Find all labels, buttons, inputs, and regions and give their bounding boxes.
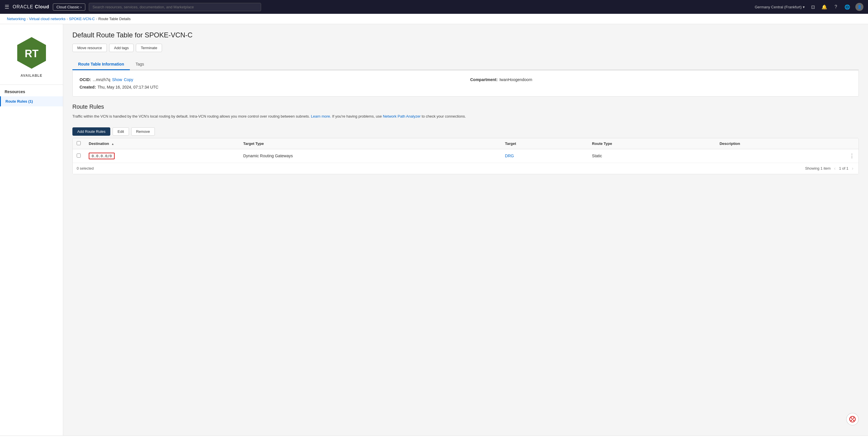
sort-icon[interactable]: ▲	[111, 142, 114, 145]
actions-col-header	[845, 138, 859, 149]
help-icon[interactable]: ?	[832, 3, 839, 10]
selected-count: 0 selected	[77, 166, 94, 171]
compartment-value: IwanHoogendoorn	[499, 77, 532, 82]
compartment-row: Compartment: IwanHoogendoorn	[470, 77, 851, 82]
tab-route-table-information[interactable]: Route Table Information	[72, 59, 130, 70]
target-col-header: Target	[501, 138, 588, 149]
svg-point-5	[851, 420, 852, 421]
destination-cell: 0.0.0.0/0	[85, 149, 239, 163]
breadcrumb-vcn[interactable]: Virtual cloud networks	[29, 17, 65, 21]
main-content: Default Route Table for SPOKE-VCN-C Move…	[63, 24, 868, 436]
table-row: 0.0.0.0/0 Dynamic Routing Gateways DRG S…	[73, 149, 859, 163]
globe-icon[interactable]: 🌐	[844, 3, 851, 10]
action-buttons: Move resource Add tags Terminate	[72, 44, 859, 52]
row-checkbox[interactable]	[77, 153, 81, 157]
ocid-label: OCID:	[80, 77, 91, 82]
route-rules-table-container: Destination ▲ Target Type Target Route T…	[72, 138, 859, 174]
next-page-button[interactable]: ›	[851, 166, 855, 171]
add-tags-button[interactable]: Add tags	[109, 44, 133, 52]
route-desc-text1: Traffic within the VCN is handled by the…	[72, 114, 310, 118]
resource-icon: RT	[14, 36, 49, 70]
top-navigation: ☰ ORACLE Cloud Cloud Classic › Germany C…	[0, 0, 868, 14]
target-cell: DRG	[501, 149, 588, 163]
status-label: AVAILABLE	[21, 74, 42, 78]
region-label: Germany Central (Frankfurt)	[755, 5, 802, 9]
display-icon[interactable]: ⊡	[809, 3, 816, 10]
ocid-show-link[interactable]: Show	[112, 77, 122, 82]
terminate-button[interactable]: Terminate	[136, 44, 162, 52]
table-header-row: Destination ▲ Target Type Target Route T…	[73, 138, 859, 149]
user-avatar[interactable]: 👤	[855, 3, 863, 11]
route-desc-text2: If you're having problems, use	[332, 114, 383, 118]
cloud-classic-button[interactable]: Cloud Classic ›	[53, 3, 85, 11]
tab-tags[interactable]: Tags	[130, 59, 150, 70]
move-resource-button[interactable]: Move resource	[72, 44, 107, 52]
brand-text: ORACLE Cloud	[13, 4, 50, 9]
route-type-col-header: Route Type	[588, 138, 715, 149]
route-desc-text3: to check your connections.	[422, 114, 466, 118]
sidebar-item-route-rules[interactable]: Route Rules (1)	[0, 96, 63, 106]
route-rules-description: Traffic within the VCN is handled by the…	[72, 114, 859, 119]
row-actions-button[interactable]: ⋮	[849, 153, 855, 159]
region-selector[interactable]: Germany Central (Frankfurt) ▾	[755, 5, 805, 9]
breadcrumb-current: Route Table Details	[98, 17, 131, 21]
svg-text:RT: RT	[25, 48, 38, 59]
created-value: Thu, May 16, 2024, 07:17:34 UTC	[98, 85, 159, 89]
row-checkbox-cell	[73, 149, 85, 163]
row-actions-cell: ⋮	[845, 149, 859, 163]
table-footer: 0 selected Showing 1 item ‹ 1 of 1 ›	[73, 163, 859, 174]
select-all-col	[73, 138, 85, 149]
breadcrumb-spoke-vcn-c[interactable]: SPOKE-VCN-C	[69, 17, 95, 21]
destination-col-header: Destination ▲	[85, 138, 239, 149]
target-drg-link[interactable]: DRG	[505, 153, 514, 158]
pagination: Showing 1 item ‹ 1 of 1 ›	[805, 166, 855, 171]
info-section-left: OCID: ...mnzh7q Show Copy Created: Thu, …	[80, 77, 461, 89]
breadcrumb-networking[interactable]: Networking	[7, 17, 26, 21]
route-rules-section-title: Route Rules	[72, 104, 859, 110]
svg-point-6	[853, 420, 854, 421]
route-type-cell: Static	[588, 149, 715, 163]
info-section-right: Compartment: IwanHoogendoorn	[470, 77, 851, 89]
tabs: Route Table Information Tags	[72, 59, 859, 70]
target-type-col-header: Target Type	[239, 138, 501, 149]
compartment-label: Compartment:	[470, 77, 498, 82]
remove-button[interactable]: Remove	[131, 127, 155, 136]
description-cell	[715, 149, 845, 163]
svg-point-4	[853, 417, 854, 418]
sidebar-resources-title: Resources	[0, 87, 63, 96]
showing-label: Showing 1 item	[805, 166, 831, 171]
page-info: 1 of 1	[839, 166, 848, 171]
created-label: Created:	[80, 85, 96, 89]
ocid-row: OCID: ...mnzh7q Show Copy	[80, 77, 461, 82]
add-route-rules-button[interactable]: Add Route Rules	[72, 127, 110, 136]
info-grid: OCID: ...mnzh7q Show Copy Created: Thu, …	[80, 77, 851, 89]
target-type-cell: Dynamic Routing Gateways	[239, 149, 501, 163]
breadcrumb-sep-3: ›	[96, 17, 97, 21]
ocid-copy-link[interactable]: Copy	[124, 77, 133, 82]
prev-page-button[interactable]: ‹	[833, 166, 837, 171]
learn-more-link[interactable]: Learn more.	[311, 114, 331, 118]
route-rules-table: Destination ▲ Target Type Target Route T…	[73, 138, 859, 163]
hamburger-icon[interactable]: ☰	[5, 4, 9, 10]
select-all-checkbox[interactable]	[77, 141, 81, 145]
bell-icon[interactable]: 🔔	[821, 3, 828, 10]
svg-point-3	[851, 417, 852, 418]
chevron-down-icon: ▾	[803, 5, 805, 9]
info-card: OCID: ...mnzh7q Show Copy Created: Thu, …	[72, 70, 859, 96]
svg-point-7	[852, 418, 853, 420]
oracle-brand: ORACLE Cloud	[13, 4, 50, 9]
breadcrumb-sep-2: ›	[67, 17, 68, 21]
topnav-right: Germany Central (Frankfurt) ▾ ⊡ 🔔 ? 🌐 👤	[755, 3, 863, 11]
network-path-analyzer-link[interactable]: Network Path Analyzer	[383, 114, 421, 118]
ocid-value: ...mnzh7q	[93, 77, 110, 82]
help-float-button[interactable]	[846, 413, 859, 426]
main-layout: RT AVAILABLE Resources Route Rules (1) D…	[0, 24, 868, 436]
footer: Terms of Use and Privacy · Cookie Prefer…	[0, 436, 868, 437]
breadcrumb: Networking › Virtual cloud networks › SP…	[0, 14, 868, 24]
created-row: Created: Thu, May 16, 2024, 07:17:34 UTC	[80, 85, 461, 89]
search-input[interactable]	[89, 3, 261, 11]
sidebar: RT AVAILABLE Resources Route Rules (1)	[0, 24, 63, 436]
page-title: Default Route Table for SPOKE-VCN-C	[72, 31, 859, 39]
table-toolbar: Add Route Rules Edit Remove	[72, 124, 859, 138]
edit-button[interactable]: Edit	[113, 127, 129, 136]
